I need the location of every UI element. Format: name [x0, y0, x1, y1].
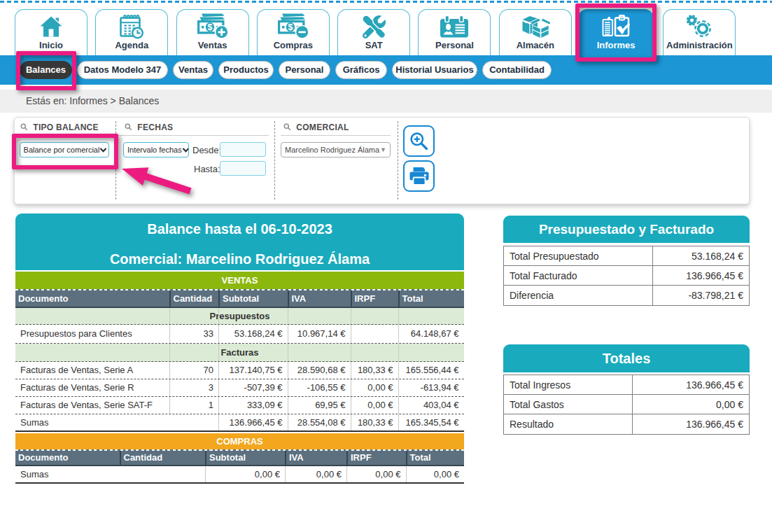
svg-text:$: $ [208, 22, 213, 32]
svg-text:$: $ [288, 22, 293, 32]
